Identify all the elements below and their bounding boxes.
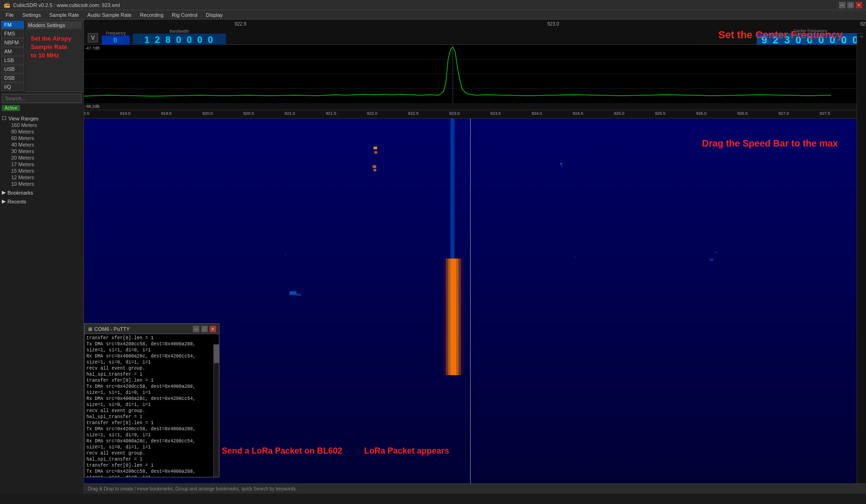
freq-section: Frequency 0 Bandwidth 1 2 8 0 0 0 0 Cent… bbox=[102, 28, 864, 47]
svg-rect-9 bbox=[444, 259, 463, 375]
freq-tick: 925.5 bbox=[655, 111, 666, 116]
modem-hint: Set the Airspy Sample Rate to 10 MHz bbox=[27, 31, 82, 64]
putty-line: transfer xfer[0].len = 1 bbox=[86, 462, 211, 469]
menu-item-recording[interactable]: Recording bbox=[136, 11, 167, 19]
freq-tick: 922.5 bbox=[408, 111, 419, 116]
view-ranges-label: View Ranges bbox=[8, 116, 39, 121]
putty-line: Tx DMA src=0x4200cc58, dest=0x4000a288, bbox=[86, 469, 211, 475]
view-range-item[interactable]: 80 Meters bbox=[2, 128, 82, 135]
putty-title-label: COM6 - PuTTY bbox=[94, 326, 130, 332]
menu-item-rig control[interactable]: Rig Control bbox=[168, 11, 201, 19]
putty-maximize[interactable]: □ bbox=[201, 326, 208, 332]
putty-titlebar: 🖥 COM6 - PuTTY ─ □ ✕ bbox=[84, 324, 219, 334]
checkbox-icon: ☐ bbox=[2, 115, 7, 121]
db-label-bottom: -98.2dB bbox=[85, 104, 100, 109]
mode-btn-am[interactable]: AM bbox=[1, 47, 24, 56]
freq-tick: 926.0 bbox=[696, 111, 707, 116]
view-range-item[interactable]: 15 Meters bbox=[2, 168, 82, 174]
view-range-item[interactable]: 40 Meters bbox=[2, 141, 82, 148]
freq-tick: 918.5 bbox=[84, 111, 89, 116]
svg-rect-18 bbox=[285, 254, 286, 255]
frequency-display[interactable]: 0 bbox=[102, 35, 130, 45]
view-range-item[interactable]: 60 Meters bbox=[2, 135, 82, 141]
recents-group: ▶ Recents bbox=[2, 198, 82, 205]
svg-rect-20 bbox=[574, 256, 576, 258]
putty-window-controls: ─ □ ✕ bbox=[193, 326, 216, 332]
mode-btn-usb[interactable]: USB bbox=[1, 65, 24, 73]
view-range-item[interactable]: 12 Meters bbox=[2, 174, 82, 181]
search-input[interactable] bbox=[2, 94, 82, 103]
view-range-item[interactable]: 20 Meters bbox=[2, 154, 82, 161]
menu-item-sample rate[interactable]: Sample Rate bbox=[45, 11, 83, 19]
view-range-item[interactable]: 17 Meters bbox=[2, 161, 82, 168]
freq-tick: 922.0 bbox=[367, 111, 378, 116]
mode-btn-lsb[interactable]: LSB bbox=[1, 56, 24, 64]
putty-line: transfer xfer[0].len = 1 bbox=[86, 335, 211, 341]
putty-minimize[interactable]: ─ bbox=[193, 326, 199, 332]
putty-line: size=1, si=1, di=0, i=1 bbox=[86, 475, 211, 477]
freq-tick: 924.0 bbox=[531, 111, 542, 116]
putty-line: size=1, si=1, di=0, i=1 bbox=[86, 432, 211, 438]
maximize-button[interactable]: □ bbox=[847, 2, 854, 8]
mode-btn-fms[interactable]: FMS bbox=[1, 29, 24, 38]
view-range-item[interactable]: 160 Meters bbox=[2, 122, 82, 128]
bandwidth-display-group: Bandwidth 1 2 8 0 0 0 0 bbox=[133, 29, 226, 46]
right-panel: 922.9923.0923.1 V Frequency 0 Bandwidth … bbox=[84, 20, 866, 494]
putty-line: Tx DMA src=0x4200cc58, dest=0x4000a288, bbox=[86, 426, 211, 432]
putty-line: size=1, si=1, di=0, i=1 bbox=[86, 390, 211, 396]
s-meter: S bbox=[857, 34, 866, 483]
svg-rect-13 bbox=[374, 151, 377, 154]
putty-scrollbar[interactable] bbox=[213, 344, 219, 477]
putty-line: Rx DMA src=0x4000a28c, dest=0x4200cc54, bbox=[86, 438, 211, 444]
svg-rect-11 bbox=[450, 119, 455, 259]
putty-line: size=1, si=0, di=1, i=1 bbox=[86, 402, 211, 408]
svg-rect-12 bbox=[373, 147, 377, 149]
menu-bar: FileSettingsSample RateAudio Sample Rate… bbox=[0, 10, 866, 20]
window-controls: ─ □ ✕ bbox=[839, 2, 862, 8]
view-ranges-toggle[interactable]: ☐ View Ranges bbox=[2, 115, 82, 122]
s-meter-label: S bbox=[859, 35, 864, 38]
putty-line: Tx DMA src=0x4200cc58, dest=0x4000a288, bbox=[86, 341, 211, 347]
freq-ruler-bar: 918.5919.0919.5920.0920.5921.0921.5922.0… bbox=[84, 110, 866, 119]
scrollbar-thumb[interactable] bbox=[214, 344, 219, 363]
view-range-item[interactable]: 30 Meters bbox=[2, 148, 82, 154]
minimize-button[interactable]: ─ bbox=[839, 2, 845, 8]
sidebar-nav: Active ☐ View Ranges 160 Meters80 Meters… bbox=[0, 92, 84, 494]
center-freq-display-group: Center Frequency 9 2 3 0 0 0 0 0 0 bbox=[757, 28, 864, 47]
view-ranges-group: ☐ View Ranges 160 Meters80 Meters60 Mete… bbox=[2, 115, 82, 187]
freq-tick: 921.0 bbox=[285, 111, 296, 116]
modem-settings-panel: Modem Settings Set the Airspy Sample Rat… bbox=[25, 20, 84, 92]
triangle-icon-2: ▶ bbox=[2, 198, 6, 204]
spectrum-area[interactable]: -47.7dB -98.2dB bbox=[84, 45, 866, 110]
svg-rect-19 bbox=[317, 252, 318, 252]
putty-line: hal_spi_transfer = 1 bbox=[86, 456, 211, 462]
putty-close[interactable]: ✕ bbox=[210, 326, 216, 332]
putty-line: transfer xfer[0].len = 1 bbox=[86, 420, 211, 426]
freq-display-group: Frequency 0 bbox=[102, 31, 130, 45]
bandwidth-display[interactable]: 1 2 8 0 0 0 0 bbox=[133, 34, 226, 46]
view-range-item[interactable]: 10 Meters bbox=[2, 181, 82, 187]
mode-btn-nbfm[interactable]: NBFM bbox=[1, 38, 24, 47]
menu-item-display[interactable]: Display bbox=[202, 11, 226, 19]
v-button[interactable]: V bbox=[88, 33, 98, 42]
bandwidth-label: Bandwidth bbox=[169, 29, 189, 34]
mode-buttons: FMFMSNBFMAMLSBUSBDSBI/Q bbox=[0, 20, 25, 92]
freq-tick: 927.0 bbox=[778, 111, 789, 116]
recents-toggle[interactable]: ▶ Recents bbox=[2, 198, 82, 205]
close-button[interactable]: ✕ bbox=[856, 2, 862, 8]
freq-tick: 923.0 bbox=[449, 111, 460, 116]
mode-btn-fm[interactable]: FM bbox=[1, 21, 24, 29]
mode-btn-dsb[interactable]: DSB bbox=[1, 74, 24, 82]
menu-item-file[interactable]: File bbox=[2, 11, 18, 19]
putty-terminal[interactable]: transfer xfer[0].len = 1Tx DMA src=0x420… bbox=[84, 334, 213, 477]
freq-tick: 919.5 bbox=[161, 111, 172, 116]
menu-item-audio sample rate[interactable]: Audio Sample Rate bbox=[84, 11, 135, 19]
mode-btn-i/q[interactable]: I/Q bbox=[1, 83, 24, 91]
freq-tick: 927.5 bbox=[820, 111, 831, 116]
freq-tick: 919.0 bbox=[120, 111, 131, 116]
menu-item-settings[interactable]: Settings bbox=[19, 11, 45, 19]
bookmarks-toggle[interactable]: ▶ Bookmarks bbox=[2, 189, 82, 196]
putty-line: recv all event group. bbox=[86, 408, 211, 414]
putty-title-text: 🖥 COM6 - PuTTY bbox=[87, 326, 130, 332]
triangle-icon: ▶ bbox=[2, 189, 6, 196]
